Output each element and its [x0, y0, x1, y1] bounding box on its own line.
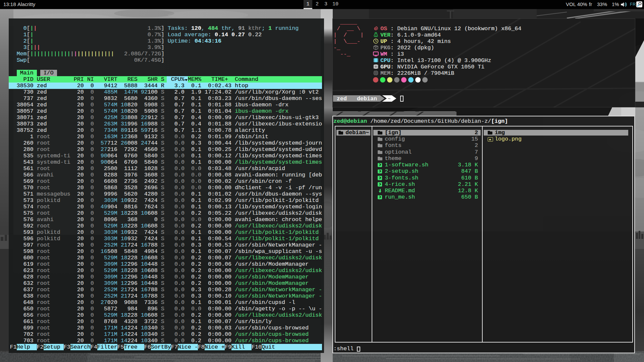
svg-text:~: ~	[388, 96, 391, 102]
svg-text:zed: zed	[337, 96, 347, 102]
svg-text:debian: debian	[357, 96, 377, 102]
